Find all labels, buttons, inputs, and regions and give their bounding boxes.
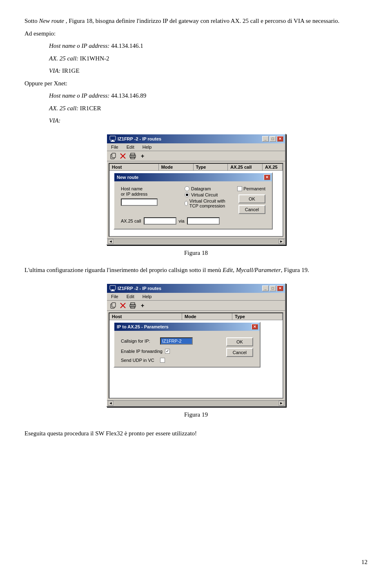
print-icon bbox=[129, 153, 136, 159]
fig18-list-header: Host Mode Type AX.25 call AX.25 bbox=[109, 164, 283, 171]
close-button2[interactable]: ✕ bbox=[277, 285, 283, 291]
via-input[interactable] bbox=[187, 217, 220, 225]
menu-file2[interactable]: File bbox=[109, 294, 121, 299]
params-close-btn[interactable]: ✕ bbox=[252, 324, 258, 330]
toolbar-copy-btn2[interactable] bbox=[109, 301, 118, 310]
via-line2: VIA: bbox=[49, 116, 368, 125]
svg-rect-10 bbox=[110, 285, 116, 290]
scroll-track2[interactable] bbox=[114, 401, 278, 406]
fig18-scrollbar[interactable]: ◄ ► bbox=[107, 239, 285, 244]
scroll-track[interactable] bbox=[114, 239, 278, 244]
svg-rect-7 bbox=[131, 153, 135, 156]
params-dialog-container: IP to AX.25 - Parameters ✕ Callsign bbox=[114, 322, 261, 368]
new-route-content: Host name or IP address bbox=[114, 181, 272, 229]
figure19-container: IZ1FRP -2 - IP routes _ □ ✕ File Edit He… bbox=[24, 283, 368, 423]
fig19-scrollbar[interactable]: ◄ ► bbox=[107, 400, 285, 406]
minimize-button2[interactable]: _ bbox=[262, 285, 269, 291]
via-line1: VIA: IR1GE bbox=[49, 66, 368, 76]
col-ax25call: AX.25 call bbox=[228, 164, 263, 170]
toolbar-copy-btn[interactable] bbox=[109, 152, 118, 160]
close-button[interactable]: ✕ bbox=[277, 136, 283, 142]
scroll-right-btn[interactable]: ► bbox=[278, 239, 284, 244]
send-udp-label: Send UDP in VC bbox=[121, 358, 158, 363]
fig19-list-area: Host Mode Type IP to AX.25 - Parameters … bbox=[109, 312, 283, 399]
toolbar-delete-btn[interactable] bbox=[118, 152, 127, 160]
dialog-buttons: OK Cancel bbox=[238, 194, 265, 214]
menu-help2[interactable]: Help bbox=[140, 294, 154, 299]
network-icon2 bbox=[109, 285, 116, 292]
permanent-checkbox[interactable] bbox=[237, 186, 242, 191]
paragraph1: Sotto New route , Figura 18, bisogna def… bbox=[24, 16, 368, 26]
ok-button[interactable]: OK bbox=[238, 194, 265, 203]
menu-edit[interactable]: Edit bbox=[124, 144, 137, 150]
svg-rect-1 bbox=[112, 140, 114, 141]
params-dialog: IP to AX.25 - Parameters ✕ Callsign bbox=[114, 322, 261, 368]
new-route-dialog-container: New route ✕ Host name or IP addres bbox=[114, 172, 273, 230]
toolbar-delete-btn2[interactable] bbox=[118, 301, 127, 310]
col-mode: Mode bbox=[159, 164, 194, 170]
enable-ip-row: Enable IP forwarding bbox=[121, 349, 220, 354]
fig18-titlebar: IZ1FRP -2 - IP routes _ □ ✕ bbox=[107, 134, 285, 143]
toolbar-add-btn2[interactable]: + bbox=[138, 301, 147, 310]
maximize-button2[interactable]: □ bbox=[270, 285, 276, 291]
host-name-input[interactable] bbox=[121, 198, 158, 206]
new-route-dialog: New route ✕ Host name or IP addres bbox=[114, 172, 273, 230]
virtual-circuit-radio[interactable] bbox=[185, 192, 189, 197]
col-type: Type bbox=[194, 164, 228, 170]
cancel-button[interactable]: Cancel bbox=[238, 205, 265, 214]
callsign-label: Callsign for IP: bbox=[121, 339, 158, 343]
maximize-button[interactable]: □ bbox=[270, 136, 276, 142]
figure18-container: IZ1FRP -2 - IP routes _ □ ✕ File Edit He… bbox=[24, 134, 368, 261]
params-fields: Callsign for IP: Enable IP forwarding bbox=[121, 336, 220, 363]
virtual-circuit-option[interactable]: Virtual Circuit bbox=[185, 192, 232, 197]
fig19-list-body: IP to AX.25 - Parameters ✕ Callsign bbox=[109, 320, 283, 398]
fig18-toolbar: + bbox=[107, 151, 285, 161]
params-buttons: OK Cancel bbox=[226, 336, 253, 363]
copy-icon bbox=[110, 153, 116, 159]
datagram-radio[interactable] bbox=[185, 186, 189, 191]
vc-tcp-option[interactable]: Virtual Circuit with TCP compression bbox=[185, 198, 232, 208]
oppure-line: Oppure per Xnet: bbox=[24, 79, 368, 88]
vc-tcp-radio[interactable] bbox=[185, 201, 188, 206]
page-number: 12 bbox=[361, 559, 368, 566]
permanent-row: Permanent bbox=[237, 186, 265, 191]
svg-rect-4 bbox=[112, 153, 116, 158]
scroll-left-btn[interactable]: ◄ bbox=[108, 239, 114, 244]
col-host: Host bbox=[109, 164, 159, 170]
dialog-close-btn[interactable]: ✕ bbox=[264, 174, 270, 180]
toolbar-print-btn2[interactable] bbox=[128, 301, 137, 310]
fig19-title: IZ1FRP -2 - IP routes bbox=[109, 285, 161, 292]
params-main-row: Callsign for IP: Enable IP forwarding bbox=[121, 336, 253, 363]
fig19-list-header: Host Mode Type bbox=[109, 313, 283, 320]
toolbar-add-btn[interactable]: + bbox=[138, 152, 147, 160]
col-type2: Type bbox=[232, 313, 283, 320]
svg-rect-14 bbox=[112, 303, 116, 307]
send-udp-row: Send UDP in VC bbox=[121, 358, 220, 363]
scroll-right-btn2[interactable]: ► bbox=[278, 401, 284, 406]
menu-edit2[interactable]: Edit bbox=[124, 294, 137, 299]
scroll-left-btn2[interactable]: ◄ bbox=[108, 401, 114, 406]
datagram-option[interactable]: Datagram bbox=[185, 186, 232, 191]
col-mode2: Mode bbox=[182, 313, 232, 320]
minimize-button[interactable]: _ bbox=[262, 136, 269, 142]
network-icon bbox=[109, 136, 116, 142]
figura19-label: Figura 19 bbox=[184, 410, 208, 419]
fig18-list-area: Host Mode Type AX.25 call AX.25 New rout… bbox=[109, 163, 283, 237]
params-titlebar: IP to AX.25 - Parameters ✕ bbox=[114, 323, 260, 331]
fig19-titlebar-buttons: _ □ ✕ bbox=[262, 285, 283, 291]
callsign-row: Callsign for IP: bbox=[121, 337, 220, 345]
ax25-line2: AX. 25 call: IR1CER bbox=[49, 104, 368, 113]
menu-file[interactable]: File bbox=[109, 144, 121, 150]
ax25-call-input[interactable] bbox=[144, 217, 176, 225]
fig18-title: IZ1FRP -2 - IP routes bbox=[109, 136, 161, 142]
menu-help[interactable]: Help bbox=[140, 144, 154, 150]
params-ok-button[interactable]: OK bbox=[226, 337, 253, 346]
params-content: Callsign for IP: Enable IP forwarding bbox=[114, 331, 260, 367]
enable-ip-checkbox[interactable] bbox=[165, 349, 170, 354]
fig18-list-body: New route ✕ Host name or IP addres bbox=[109, 171, 283, 236]
toolbar-print-btn[interactable] bbox=[128, 152, 137, 160]
send-udp-checkbox[interactable] bbox=[160, 358, 165, 363]
callsign-input[interactable] bbox=[160, 337, 193, 345]
host-name-label: Host name or IP address bbox=[121, 186, 178, 197]
params-cancel-button[interactable]: Cancel bbox=[226, 348, 253, 357]
